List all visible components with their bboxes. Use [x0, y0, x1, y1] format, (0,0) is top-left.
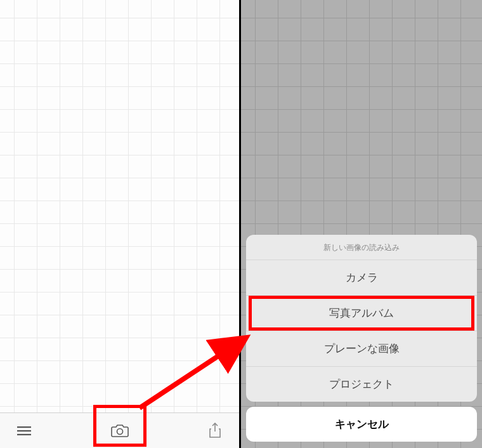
action-sheet-title: 新しい画像の読み込み [246, 235, 477, 260]
canvas-grid-left[interactable] [0, 0, 239, 448]
action-sheet-group: 新しい画像の読み込み カメラ 写真アルバム プレーンな画像 プロジェクト [246, 235, 477, 402]
hamburger-icon [17, 426, 31, 435]
camera-icon [111, 424, 129, 438]
svg-rect-0 [17, 426, 31, 428]
share-button[interactable] [204, 419, 226, 442]
action-sheet-item-label: 写真アルバム [329, 307, 394, 319]
right-panel: 新しい画像の読み込み カメラ 写真アルバム プレーンな画像 プロジェクト キャン… [241, 0, 482, 448]
svg-rect-1 [17, 430, 31, 431]
svg-rect-2 [17, 433, 31, 435]
left-panel [0, 0, 241, 448]
action-sheet-item-camera[interactable]: カメラ [246, 260, 477, 295]
svg-point-3 [117, 428, 122, 434]
action-sheet-cancel[interactable]: キャンセル [246, 407, 477, 442]
share-icon [209, 423, 221, 439]
toolbar [0, 412, 239, 448]
camera-button[interactable] [108, 419, 131, 442]
action-sheet-item-plain[interactable]: プレーンな画像 [246, 331, 477, 366]
menu-button[interactable] [13, 419, 36, 442]
action-sheet-item-album[interactable]: 写真アルバム [246, 295, 477, 331]
action-sheet-item-project[interactable]: プロジェクト [246, 366, 477, 402]
action-sheet: 新しい画像の読み込み カメラ 写真アルバム プレーンな画像 プロジェクト キャン… [246, 235, 477, 442]
